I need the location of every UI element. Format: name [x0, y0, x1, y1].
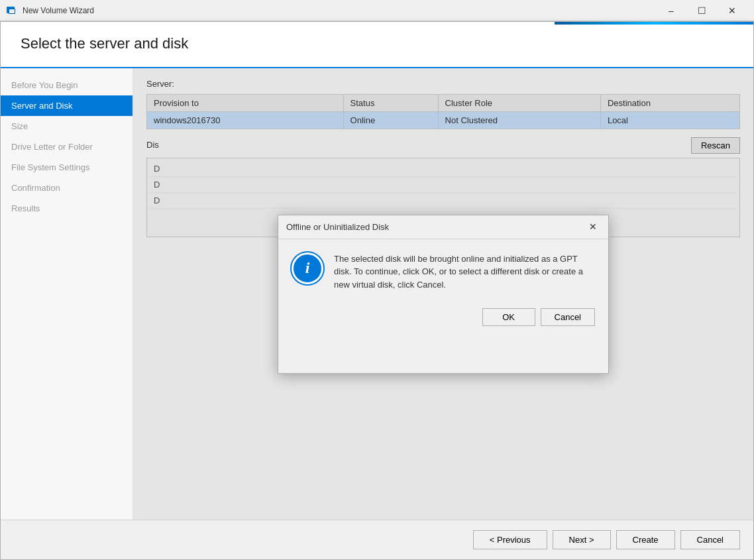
wizard-window: Select the server and disk Before You Be…	[0, 21, 754, 560]
minimize-button[interactable]: –	[656, 1, 686, 21]
app-icon	[7, 5, 17, 16]
info-icon: i	[292, 252, 323, 284]
wizard-content: Server: Provision to Status Cluster Role…	[133, 68, 753, 520]
dialog-overlay: Offline or Uninitialized Disk ✕ i The se…	[133, 68, 753, 520]
wizard-sidebar: Before You Begin Server and Disk Size Dr…	[1, 68, 133, 520]
title-bar: New Volume Wizard – ☐ ✕	[0, 0, 754, 21]
window-title: New Volume Wizard	[23, 6, 656, 15]
svg-rect-2	[9, 9, 15, 13]
wizard-footer: < Previous Next > Create Cancel	[1, 520, 753, 559]
dialog-body: i The selected disk will be brought onli…	[278, 239, 608, 302]
create-button[interactable]: Create	[616, 530, 675, 549]
window-controls: – ☐ ✕	[656, 1, 747, 21]
dialog-title: Offline or Uninitialized Disk	[286, 222, 389, 232]
wizard-header: Select the server and disk	[1, 22, 753, 68]
window-close-button[interactable]: ✕	[717, 1, 747, 21]
previous-button[interactable]: < Previous	[473, 530, 547, 549]
next-button[interactable]: Next >	[553, 530, 611, 549]
sidebar-item-file-system[interactable]: File System Settings	[1, 157, 133, 178]
sidebar-item-results[interactable]: Results	[1, 198, 133, 219]
sidebar-item-server-and-disk[interactable]: Server and Disk	[1, 95, 133, 116]
sidebar-item-before-you-begin[interactable]: Before You Begin	[1, 75, 133, 95]
dialog-box: Offline or Uninitialized Disk ✕ i The se…	[278, 215, 609, 374]
sidebar-item-confirmation[interactable]: Confirmation	[1, 178, 133, 198]
dialog-cancel-button[interactable]: Cancel	[541, 308, 595, 326]
cancel-button[interactable]: Cancel	[680, 530, 740, 549]
dialog-footer: OK Cancel	[278, 302, 608, 337]
wizard-body: Before You Begin Server and Disk Size Dr…	[1, 68, 753, 520]
dialog-message: The selected disk will be brought online…	[334, 252, 595, 292]
maximize-button[interactable]: ☐	[686, 1, 717, 21]
dialog-ok-button[interactable]: OK	[482, 308, 535, 326]
wizard-title: Select the server and disk	[21, 35, 733, 52]
dialog-title-bar: Offline or Uninitialized Disk ✕	[278, 215, 608, 239]
sidebar-item-size[interactable]: Size	[1, 116, 133, 137]
dialog-close-button[interactable]: ✕	[586, 219, 600, 234]
sidebar-item-drive-letter[interactable]: Drive Letter or Folder	[1, 137, 133, 157]
